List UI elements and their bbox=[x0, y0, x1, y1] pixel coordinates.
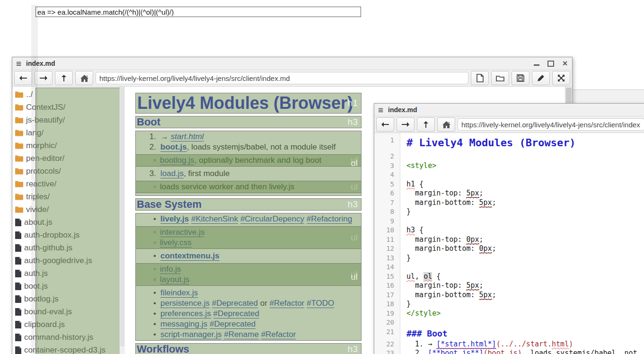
sidebar-scrollbar[interactable] bbox=[119, 87, 125, 354]
markdown-link[interactable]: fileindex.js bbox=[160, 288, 198, 298]
editor-line[interactable]: 17 margin-bottom: 5px; bbox=[374, 291, 644, 300]
window-titlebar[interactable]: ≡ index.md × bbox=[12, 57, 572, 70]
editor-line[interactable]: 14 bbox=[374, 263, 644, 272]
sidebar-item-folder[interactable]: js-beautify/ bbox=[15, 114, 119, 126]
editor-line[interactable]: 22 1. → [*start.html*](../../start.html) bbox=[374, 340, 644, 349]
editor-line[interactable]: 7 margin-bottom: 5px; bbox=[374, 198, 644, 208]
sidebar-item-folder[interactable]: morphic/ bbox=[15, 139, 119, 152]
editor-line[interactable]: 8} bbox=[374, 207, 644, 217]
editor-line[interactable]: 3<style> bbox=[374, 161, 644, 171]
editor-line[interactable]: 15ul, ol { bbox=[374, 272, 644, 282]
floppy-disk-icon bbox=[517, 74, 524, 82]
editor-line[interactable]: 10h3 { bbox=[374, 226, 644, 235]
editor-line[interactable]: 18} bbox=[374, 300, 644, 309]
back-button[interactable] bbox=[376, 117, 394, 132]
markdown-link[interactable]: #Deprecated bbox=[213, 309, 259, 319]
sidebar-item-file[interactable]: auth-github.js bbox=[15, 241, 119, 254]
sidebar-item-folder[interactable]: reactive/ bbox=[15, 177, 119, 190]
markdown-source-editor[interactable]: 1# Lively4 Modules (Browser)23<style>45h… bbox=[374, 133, 644, 354]
sidebar-item-folder[interactable]: pen-editor/ bbox=[15, 152, 119, 165]
markdown-link[interactable]: #TODO bbox=[307, 299, 334, 308]
hamburger-menu-icon[interactable]: ≡ bbox=[16, 59, 21, 68]
up-button[interactable] bbox=[55, 71, 73, 85]
save-button[interactable] bbox=[512, 71, 529, 85]
maximize-button[interactable] bbox=[547, 60, 554, 67]
home-button[interactable] bbox=[75, 71, 93, 85]
markdown-link[interactable]: #Deprecated bbox=[210, 319, 256, 329]
markdown-link[interactable]: persistence.js bbox=[160, 299, 210, 308]
markdown-link[interactable]: #Deprecated bbox=[212, 299, 258, 308]
up-button[interactable] bbox=[417, 117, 435, 132]
sidebar-item-file[interactable]: container-scoped-d3.js bbox=[15, 344, 119, 354]
markdown-link[interactable]: #Rename bbox=[224, 330, 259, 339]
markdown-link[interactable]: info.js bbox=[160, 265, 181, 274]
code-token: [*start.html*] bbox=[436, 340, 496, 349]
minimize-button[interactable] bbox=[533, 60, 540, 67]
editor-line[interactable]: 20 bbox=[374, 318, 644, 327]
markdown-link[interactable]: load.js bbox=[160, 169, 184, 178]
sidebar-item-folder[interactable]: vivide/ bbox=[15, 203, 119, 216]
markdown-link[interactable]: #KitchenSink bbox=[191, 214, 238, 224]
window-titlebar[interactable]: ≡ index.md bbox=[374, 104, 644, 116]
new-file-button[interactable] bbox=[471, 71, 489, 85]
sidebar-item-file[interactable]: auth-dropbox.js bbox=[15, 229, 119, 241]
editor-line[interactable]: 2 bbox=[374, 152, 644, 161]
editor-line[interactable]: 19</style> bbox=[374, 309, 644, 319]
sidebar-item-folder[interactable]: protocols/ bbox=[15, 165, 119, 177]
markdown-link[interactable]: boot.js bbox=[160, 142, 187, 152]
editor-line[interactable]: 21### Boot bbox=[374, 327, 644, 340]
sidebar-item-file[interactable]: boot.js bbox=[15, 280, 119, 292]
editor-line[interactable]: 23 2. [**boot.js**](boot.js), loads syst… bbox=[374, 349, 644, 354]
markdown-link[interactable]: interactive.js bbox=[160, 228, 204, 237]
open-folder-button[interactable] bbox=[491, 71, 509, 85]
markdown-link[interactable]: #CircularDepency bbox=[240, 214, 304, 224]
sidebar-item-file[interactable]: command-history.js bbox=[15, 331, 119, 344]
sidebar-item-file[interactable]: bootlog.js bbox=[15, 292, 119, 305]
sidebar-item-folder[interactable]: lang/ bbox=[15, 126, 119, 139]
markdown-link[interactable]: contextmenu.js bbox=[160, 251, 220, 261]
markdown-link[interactable]: lively.css bbox=[160, 238, 192, 248]
folder-icon bbox=[15, 142, 23, 149]
home-button[interactable] bbox=[437, 117, 455, 132]
sidebar-item-folder[interactable]: triples/ bbox=[15, 190, 119, 203]
sidebar-item-file[interactable]: auth.js bbox=[15, 267, 119, 280]
back-button[interactable] bbox=[14, 71, 32, 85]
fullscreen-button[interactable] bbox=[552, 71, 570, 85]
markdown-link[interactable]: #Refactor bbox=[270, 299, 305, 308]
markdown-link[interactable]: preferences.js bbox=[160, 309, 211, 319]
sidebar-item-file[interactable]: bound-eval.js bbox=[15, 305, 119, 318]
editor-line[interactable]: 9 bbox=[374, 217, 644, 226]
editor-line[interactable]: 11 margin-top: 0px; bbox=[374, 235, 644, 245]
markdown-link[interactable]: lively.js bbox=[160, 214, 189, 224]
editor-line[interactable]: 6 margin-top: 5px; bbox=[374, 189, 644, 198]
sidebar-item-folder[interactable]: ContextJS/ bbox=[15, 101, 119, 114]
editor-line[interactable]: 5h1 { bbox=[374, 180, 644, 189]
markdown-link[interactable]: layout.js bbox=[160, 275, 189, 284]
hamburger-menu-icon[interactable]: ≡ bbox=[378, 106, 383, 115]
sidebar-item-file[interactable]: about.js bbox=[15, 216, 119, 229]
edit-button[interactable] bbox=[532, 71, 550, 85]
markdown-link[interactable]: #Refactoring bbox=[307, 214, 352, 224]
markdown-link[interactable]: #Refactor bbox=[261, 330, 296, 339]
editor-line[interactable]: 12 margin-bottom: 0px; bbox=[374, 244, 644, 254]
editor-line[interactable]: 1# Lively4 Modules (Browser) bbox=[374, 136, 644, 152]
editor-line[interactable]: 4 bbox=[374, 170, 644, 180]
markdown-link[interactable]: bootlog.js bbox=[160, 156, 194, 165]
editor-line[interactable]: 16 margin-top: 5px; bbox=[374, 281, 644, 291]
forward-button[interactable] bbox=[35, 71, 53, 85]
markdown-link[interactable]: script-manager.js bbox=[160, 330, 221, 339]
filter-script-input[interactable] bbox=[35, 7, 361, 17]
markdown-link[interactable]: start.html bbox=[171, 132, 204, 142]
sidebar-item-folder[interactable]: ../ bbox=[15, 88, 119, 101]
forward-button[interactable] bbox=[397, 117, 415, 132]
list-item: •messaging.js #Deprecated bbox=[135, 319, 362, 329]
url-input[interactable] bbox=[458, 118, 644, 131]
close-button[interactable]: × bbox=[562, 60, 568, 67]
code-token: systemjs bbox=[556, 349, 590, 354]
url-input[interactable] bbox=[96, 72, 468, 84]
sidebar-item-file[interactable]: auth-googledrive.js bbox=[15, 254, 119, 267]
sidebar-item-file[interactable]: clipboard.js bbox=[15, 318, 119, 331]
list-item: ◦lively.css bbox=[135, 238, 362, 248]
editor-line[interactable]: 13} bbox=[374, 254, 644, 263]
markdown-link[interactable]: messaging.js bbox=[160, 319, 207, 329]
